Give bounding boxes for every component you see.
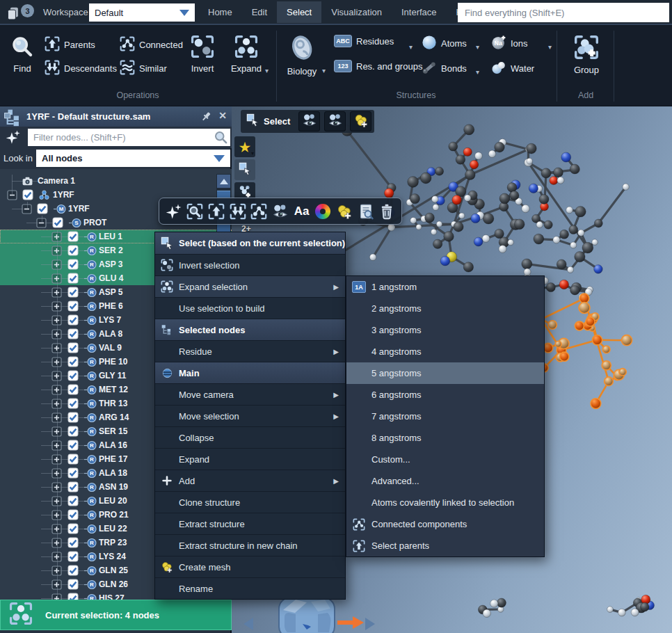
- bonds-caret-icon[interactable]: ▾: [476, 68, 479, 76]
- visibility-checkbox[interactable]: [67, 426, 79, 440]
- context-item-expand[interactable]: Expand: [155, 448, 345, 470]
- visibility-checkbox[interactable]: [67, 370, 79, 384]
- context-item-move-camera[interactable]: Move camera▶: [155, 383, 345, 405]
- submenu-item-1-angstrom[interactable]: 1A1 angstrom: [346, 276, 544, 298]
- visibility-checkbox[interactable]: [22, 189, 33, 203]
- visibility-checkbox[interactable]: [67, 412, 79, 426]
- visibility-checkbox[interactable]: [67, 551, 79, 565]
- submenu-item-select-parents[interactable]: Select parents: [346, 535, 544, 556]
- trash-icon[interactable]: [377, 202, 397, 221]
- visibility-checkbox[interactable]: [67, 593, 79, 600]
- visibility-checkbox[interactable]: [67, 481, 79, 495]
- atoms-button[interactable]: Atoms: [422, 35, 467, 52]
- smart-filter-icon[interactable]: [6, 129, 21, 147]
- submenu-item-5-angstroms[interactable]: 5 angstroms: [346, 362, 544, 384]
- visibility-checkbox[interactable]: [67, 231, 79, 245]
- visibility-checkbox[interactable]: [67, 301, 79, 314]
- context-item-extract-structure-in-new-chain[interactable]: Extract structure in new chain: [155, 534, 345, 556]
- create-mesh-button[interactable]: [350, 111, 371, 131]
- visibility-checkbox[interactable]: [67, 398, 79, 412]
- context-item-clone-structure[interactable]: Clone structure: [155, 491, 345, 513]
- context-item-expand-selection[interactable]: Expand selection▶: [155, 275, 345, 297]
- frame-find-icon[interactable]: [186, 202, 205, 221]
- selection-tool-button[interactable]: [234, 159, 255, 180]
- tree-node-camera-1[interactable]: Camera 1: [0, 174, 232, 188]
- close-icon[interactable]: ✕: [218, 110, 227, 121]
- context-item-create-mesh[interactable]: Create mesh: [155, 556, 345, 577]
- hide-selection-button[interactable]: [324, 111, 346, 131]
- select-mode-label[interactable]: Select: [264, 116, 290, 127]
- context-item-invert-selection[interactable]: Invert selection: [155, 254, 345, 275]
- gizmo-left-arrow-icon[interactable]: [243, 618, 253, 630]
- filter-search-icon[interactable]: [214, 130, 227, 147]
- gizmo-forward-arrow-icon[interactable]: [337, 614, 365, 633]
- visibility-checkbox[interactable]: [67, 523, 79, 537]
- context-item-add[interactable]: Add▶: [155, 470, 345, 491]
- visibility-checkbox[interactable]: [52, 217, 63, 231]
- notification-badge[interactable]: 3: [21, 4, 34, 17]
- parents-button[interactable]: Parents: [45, 36, 95, 54]
- color-wheel-icon[interactable]: [313, 202, 333, 221]
- menu-edit[interactable]: Edit: [242, 1, 277, 23]
- connected-button[interactable]: Connected: [120, 36, 183, 54]
- visibility-checkbox[interactable]: [67, 579, 79, 593]
- descendants-button[interactable]: Descendants: [45, 60, 117, 77]
- submenu-item-atoms-covalently-linked-to-selection[interactable]: Atoms covalently linked to selection: [346, 492, 544, 513]
- menu-visualization[interactable]: Visualization: [321, 1, 392, 23]
- visibility-checkbox[interactable]: [67, 287, 79, 301]
- group-button[interactable]: Group: [569, 35, 604, 75]
- global-search-input[interactable]: [458, 3, 669, 22]
- visibility-checkbox[interactable]: [67, 259, 79, 273]
- frame-connected-icon[interactable]: [250, 202, 269, 221]
- menu-interface[interactable]: Interface: [392, 1, 447, 23]
- filter-nodes-input[interactable]: [28, 129, 230, 146]
- context-item-rename[interactable]: Rename: [155, 577, 345, 599]
- submenu-item-2-angstroms[interactable]: 2 angstroms: [346, 298, 544, 319]
- similar-button[interactable]: Similar: [120, 60, 167, 77]
- submenu-item-connected-components[interactable]: Connected components: [346, 513, 544, 535]
- visibility-checkbox[interactable]: [67, 537, 79, 551]
- context-item-selected-nodes[interactable]: Selected nodes: [155, 319, 345, 340]
- submenu-item-7-angstroms[interactable]: 7 angstroms: [346, 406, 544, 427]
- expand-button[interactable]: Expand: [228, 35, 264, 74]
- context-item-residue[interactable]: Residue▶: [155, 340, 345, 362]
- residues-button[interactable]: ABC Residues: [334, 35, 394, 47]
- visibility-checkbox[interactable]: [67, 328, 79, 342]
- panel-header[interactable]: 1YRF - Default structure.sam ✕: [0, 106, 232, 127]
- visibility-checkbox[interactable]: [37, 203, 48, 217]
- submenu-item-3-angstroms[interactable]: 3 angstroms: [346, 319, 544, 341]
- navigation-cube[interactable]: [275, 596, 339, 633]
- visibility-checkbox[interactable]: [67, 440, 79, 454]
- presets-star-button[interactable]: ★ ▾: [234, 136, 255, 157]
- visibility-checkbox[interactable]: [67, 273, 79, 287]
- frame-up-icon[interactable]: [207, 202, 226, 221]
- ions-caret-icon[interactable]: ▾: [548, 43, 552, 51]
- context-item-collapse[interactable]: Collapse: [155, 426, 345, 448]
- submenu-item-4-angstroms[interactable]: 4 angstroms: [346, 341, 544, 362]
- ions-button[interactable]: Na Ions: [491, 35, 528, 52]
- menu-select[interactable]: Select: [277, 1, 321, 23]
- visibility-checkbox[interactable]: [67, 342, 79, 356]
- find-button[interactable]: Find: [6, 35, 39, 74]
- submenu-item-8-angstroms[interactable]: 8 angstroms: [346, 427, 544, 449]
- menu-home[interactable]: Home: [198, 1, 242, 23]
- report-icon[interactable]: [356, 202, 376, 221]
- visibility-checkbox[interactable]: [67, 384, 79, 398]
- labels-icon[interactable]: Aa: [292, 202, 312, 221]
- context-item-select-based-on-the-current-selection-[interactable]: Select (based on the current selection): [155, 232, 345, 254]
- context-item-use-selection-to-build[interactable]: Use selection to build: [155, 297, 345, 319]
- visibility-checkbox[interactable]: [67, 467, 79, 481]
- show-selection-button[interactable]: [298, 111, 320, 131]
- frame-down2-icon[interactable]: [228, 202, 248, 221]
- invert-button[interactable]: Invert: [185, 35, 220, 74]
- visibility-checkbox[interactable]: [67, 495, 79, 509]
- look-in-dropdown[interactable]: All nodes: [36, 150, 230, 167]
- scrollbar-up-button[interactable]: [217, 175, 230, 188]
- biology-caret-icon[interactable]: ▾: [322, 67, 326, 74]
- visibility-checkbox[interactable]: [67, 314, 79, 328]
- sparkle-icon[interactable]: [164, 202, 184, 221]
- mesh-icon[interactable]: [335, 202, 354, 221]
- context-item-main[interactable]: Main: [155, 362, 345, 383]
- gizmo-right-arrow-icon[interactable]: [365, 618, 375, 630]
- atoms-caret-icon[interactable]: ▾: [476, 43, 479, 51]
